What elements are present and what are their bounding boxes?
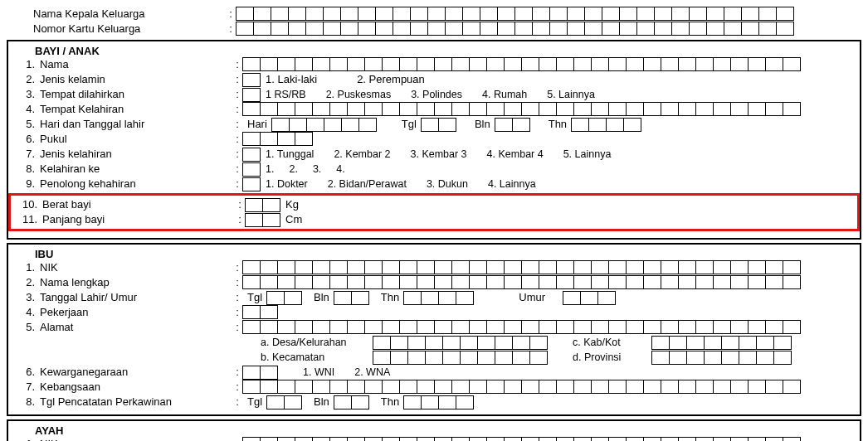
cells-ayah-nik[interactable]	[242, 437, 855, 441]
cell-jenis-kelahiran[interactable]	[242, 148, 261, 162]
row-bayi-kelahiran-ke: 8. Kelahiran ke : 1. 2. 3. 4.	[13, 162, 855, 177]
row-kk-name: Nama Kepala Keluarga :	[7, 7, 861, 22]
cell-penolong[interactable]	[242, 177, 261, 191]
row-kk-number: Nomor Kartu Keluarga :	[7, 22, 861, 36]
label-kk-name: Nama Kepala Keluarga	[33, 7, 226, 22]
cells-ibu-alamat[interactable]	[242, 320, 855, 334]
heading-ayah: AYAH	[13, 424, 855, 437]
row-bayi-nama: 1. Nama :	[13, 57, 855, 72]
row-bayi-jenis-kelamin: 2. Jenis kelamin : 1. Laki-laki 2. Perem…	[13, 72, 855, 87]
row-ibu-nik: 1. NIK :	[13, 260, 855, 275]
heading-bayi: BAYI / ANAK	[13, 45, 855, 57]
cells-ibu-pekerjaan[interactable]	[242, 305, 855, 319]
row-ibu-kebangsaan: 7. Kebangsaan :	[13, 380, 855, 395]
row-ibu-alamat: 5. Alamat :	[13, 320, 855, 335]
row-panjang-bayi: 11. Panjang bayi : Cm	[16, 212, 852, 227]
row-berat-bayi: 10. Berat bayi : Kg	[16, 197, 852, 212]
cell-tempat-dilahirkan[interactable]	[242, 88, 261, 102]
section-bayi-anak: BAYI / ANAK 1. Nama : 2. Jenis kelamin :…	[7, 40, 861, 240]
row-ibu-tgl-lahir: 3. Tanggal Lahir/ Umur : Tgl Bln Thn Umu…	[13, 290, 855, 305]
section-ayah: AYAH 1. NIK :	[7, 419, 861, 441]
cells-pukul[interactable]	[242, 132, 855, 146]
row-bayi-tempat-dilahirkan: 3. Tempat dilahirkan : 1 RS/RB 2. Puskes…	[13, 87, 855, 102]
row-ibu-tgl-perkawinan: 8. Tgl Pencatatan Perkawinan : Tgl Bln T…	[13, 395, 855, 410]
cells-ibu-kebangsaan[interactable]	[242, 380, 855, 394]
cells-kk-name[interactable]	[236, 7, 861, 21]
cells-ibu-nama[interactable]	[242, 275, 855, 289]
cell-kelahiran-ke[interactable]	[242, 162, 261, 177]
row-ibu-alamat-a: a. Desa/Kelurahan c. Kab/Kot	[13, 335, 855, 350]
highlight-berat-panjang: 10. Berat bayi : Kg 11. Panjang bayi : C…	[8, 193, 860, 231]
cells-tempat-kelahiran[interactable]	[242, 102, 855, 116]
heading-ibu: IBU	[13, 248, 855, 260]
cells-ibu-nik[interactable]	[242, 260, 855, 274]
row-bayi-pukul: 6. Pukul :	[13, 132, 855, 147]
row-ibu-nama: 2. Nama lengkap :	[13, 275, 855, 290]
cells-bayi-nama[interactable]	[242, 57, 855, 71]
cells-kk-number[interactable]	[236, 22, 861, 36]
row-ibu-pekerjaan: 4. Pekerjaan :	[13, 305, 855, 320]
row-bayi-tempat-kelahiran: 4. Tempat Kelahiran :	[13, 102, 855, 117]
row-ayah-nik: 1. NIK :	[13, 437, 855, 441]
row-bayi-tanggal-lahir: 5. Hari dan Tanggal lahir : Hari Tgl Bln…	[13, 117, 855, 132]
row-ibu-kewarganegaraan: 6. Kewarganegaraan : 1. WNI 2. WNA	[13, 365, 855, 380]
row-bayi-jenis-kelahiran: 7. Jenis kelahiran : 1. Tunggal 2. Kemba…	[13, 147, 855, 162]
cell-jenis-kelamin[interactable]	[242, 73, 261, 87]
section-ibu: IBU 1. NIK : 2. Nama lengkap : 3. Tangga…	[7, 243, 861, 416]
label-kk-number: Nomor Kartu Keluarga	[33, 22, 226, 36]
row-ibu-alamat-b: b. Kecamatan d. Provinsi	[13, 350, 855, 365]
row-bayi-penolong: 9. Penolong kehahiran : 1. Dokter 2. Bid…	[13, 177, 855, 191]
